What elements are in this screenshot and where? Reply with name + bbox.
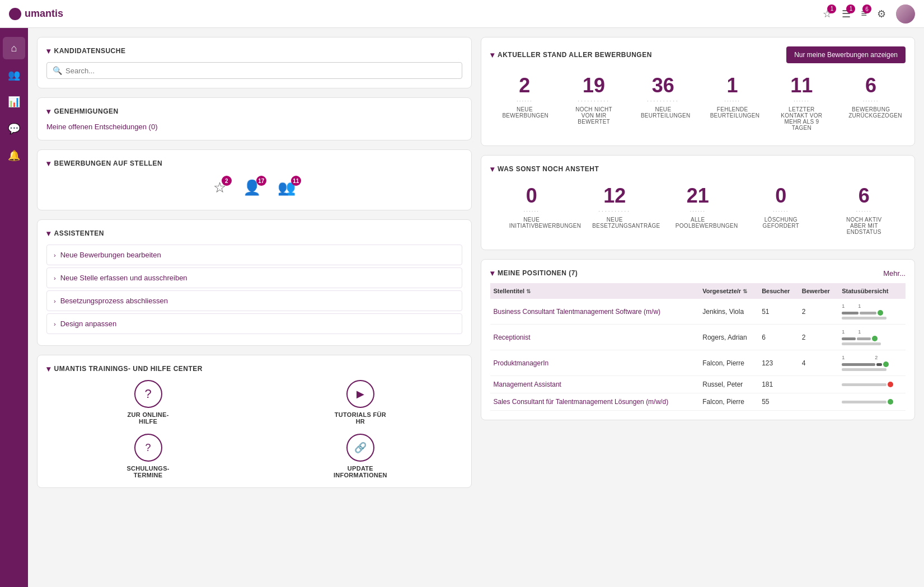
applicants-4 xyxy=(799,376,839,393)
stat-fehlende-beurteilungen[interactable]: 1 ······ FEHLENDE BEURTEILUNGEN xyxy=(710,76,755,131)
mini-bar-1c xyxy=(842,317,887,320)
bewerbungen-card: ▾ BEWERBUNGEN AUF STELLEN ☆ 2 👤 17 👥 11 xyxy=(37,149,472,210)
positionen-card: ▾ MEINE POSITIONEN (7) Mehr... Stellenti… xyxy=(481,259,916,420)
avatar[interactable] xyxy=(896,4,915,24)
sidebar: ⌂ 👥 📊 💬 🔔 xyxy=(0,28,28,587)
assistant-item-1[interactable]: › Neue Bewerbungen bearbeiten xyxy=(46,245,462,265)
genehmigungen-link[interactable]: Meine offenen Entscheidungen (0) xyxy=(46,123,158,131)
main-wrapper: ▾ KANDIDATENSUCHE 🔍 ▾ GENEHMIGUNGEN Mein… xyxy=(28,28,924,587)
visitors-4: 181 xyxy=(758,376,799,393)
job-link-4[interactable]: Management Assistant xyxy=(494,381,561,388)
assistant-item-3[interactable]: › Besetzungsprozess abschliessen xyxy=(46,290,462,311)
stat-neue-bewerbungen[interactable]: 2 ······ NEUE BEWERBUNGEN xyxy=(502,76,547,131)
job-link-3[interactable]: ProduktmanagerIn xyxy=(494,359,549,367)
sidebar-item-users[interactable]: 👥 xyxy=(3,64,25,86)
visitors-5: 55 xyxy=(758,393,799,411)
filter-button[interactable]: Nur meine Bewerbungen anzeigen xyxy=(786,46,906,63)
schulung-label: SCHULUNGS-TERMINE xyxy=(126,465,169,478)
status-bars-4 xyxy=(842,382,902,387)
col-besucher[interactable]: Besucher xyxy=(758,283,799,299)
list-nav-icon-wrap[interactable]: ☰ 1 xyxy=(842,8,851,20)
logo-circle xyxy=(9,8,21,20)
stat-loeschung[interactable]: 0 ······ LÖSCHUNG GEFORDERT xyxy=(758,186,803,235)
stat-dots-9: ······ xyxy=(690,208,706,214)
stat-label-aktiv: NOCH AKTIV ABER MIT ENDSTATUS xyxy=(842,217,887,235)
bewerbungen-people-icon[interactable]: 👥 11 xyxy=(278,179,296,196)
training-item-online-hilfe[interactable]: ? ZUR ONLINE-HILFE xyxy=(46,380,250,425)
stat-label-neue-bew: NEUE BEWERBUNGEN xyxy=(502,106,547,119)
status-dot-5 xyxy=(888,399,893,405)
mini-bar-2a xyxy=(842,337,856,340)
status-sub-bar-3 xyxy=(842,368,902,371)
search-input[interactable] xyxy=(65,67,456,75)
training-item-schulung[interactable]: ? SCHULUNGS-TERMINE xyxy=(46,434,250,478)
chevron-down-icon-3: ▾ xyxy=(46,159,51,168)
chevron-down-icon-6: ▾ xyxy=(490,50,495,59)
col-vorgesetzte[interactable]: Vorgesetzte/r ⇅ xyxy=(699,283,758,299)
status-2: 11 xyxy=(838,325,906,350)
bewerbungen-icons: ☆ 2 👤 17 👥 11 xyxy=(46,175,462,201)
stat-dots-2: ·········· xyxy=(578,98,610,104)
status-dot-3 xyxy=(883,361,889,367)
status-sub-bar-1 xyxy=(842,317,902,320)
update-icon: 🔗 xyxy=(346,434,374,462)
stat-nicht-bewertet[interactable]: 19 ·········· NOCH NICHT VON MIR BEWERTE… xyxy=(571,76,616,131)
chevron-down-icon-5: ▾ xyxy=(46,364,51,373)
stat-label-pool: ALLE POOLBEWERBUNGEN xyxy=(676,217,720,229)
applicants-3: 4 xyxy=(799,350,839,376)
avatar-image xyxy=(896,4,915,24)
table-header-row: Stellentitel ⇅ Vorgesetzte/r ⇅ Besucher … xyxy=(490,283,906,299)
stat-number-neue-beu: 36 xyxy=(652,76,674,96)
table-row: Business Consultant Talentmanagement Sof… xyxy=(490,299,906,325)
stat-letzter-kontakt[interactable]: 11 ······ LETZTER KONTAKT VOR MEHR ALS 9… xyxy=(779,76,824,131)
bewerbungen-person-icon[interactable]: 👤 17 xyxy=(243,179,261,196)
sidebar-item-home[interactable]: ⌂ xyxy=(3,37,25,59)
aktueller-stand-stats: 2 ······ NEUE BEWERBUNGEN 19 ·········· … xyxy=(490,70,906,137)
stat-besetzungsantraege[interactable]: 12 ·········· NEUE BESETZUNGSANTRÄGE xyxy=(592,186,637,235)
sidebar-item-chat[interactable]: 💬 xyxy=(3,118,25,140)
stat-neue-beurteilungen[interactable]: 36 ·········· NEUE BEURTEILUNGEN xyxy=(641,76,686,131)
list2-nav-icon-wrap[interactable]: ≡ 6 xyxy=(861,8,867,20)
stat-dots-3: ·········· xyxy=(647,98,679,104)
star-nav-icon-wrap[interactable]: ☆ 1 xyxy=(823,8,832,20)
assistant-item-4[interactable]: › Design anpassen xyxy=(46,313,462,334)
logo: umantis xyxy=(9,8,63,20)
assistant-item-2[interactable]: › Neue Stelle erfassen und ausschreiben xyxy=(46,267,462,288)
visitors-2: 6 xyxy=(758,325,799,350)
col-status: Statusübersicht xyxy=(838,283,906,299)
positionen-header: ▾ MEINE POSITIONEN (7) Mehr... xyxy=(490,269,906,278)
mehr-link[interactable]: Mehr... xyxy=(883,269,906,278)
right-column: ▾ AKTUELLER STAND ALLER BEWERBUNGEN Nur … xyxy=(481,37,916,578)
chevron-down-icon: ▾ xyxy=(46,46,51,55)
job-link-5[interactable]: Sales Consultant für Talentmanagement Lö… xyxy=(494,398,669,406)
mini-bar-1a xyxy=(842,312,859,314)
update-label: UPDATEINFORMATIONEN xyxy=(334,465,387,478)
gear-nav-icon-wrap[interactable]: ⚙ xyxy=(877,8,886,20)
stat-label-neue-beu: NEUE BEURTEILUNGEN xyxy=(641,106,686,119)
people-bew-badge: 11 xyxy=(291,176,301,186)
visitors-3: 123 xyxy=(758,350,799,376)
bewerbungen-star-icon[interactable]: ☆ 2 xyxy=(213,179,226,196)
stat-label-fehlende: FEHLENDE BEURTEILUNGEN xyxy=(710,106,755,119)
stat-initiativ[interactable]: 0 ······ NEUE INITIATIVBEWERBUNGEN xyxy=(509,186,554,235)
status-bar-row-4 xyxy=(842,382,902,387)
stat-zurueckgezogen[interactable]: 6 ······ BEWERBUNG ZURÜCKGEZOGEN xyxy=(848,76,893,131)
sidebar-item-bell[interactable]: 🔔 xyxy=(3,144,25,167)
job-link-1[interactable]: Business Consultant Talentmanagement Sof… xyxy=(494,308,661,316)
genehmigungen-title: ▾ GENEHMIGUNGEN xyxy=(46,107,462,116)
status-bars-1: 11 xyxy=(842,303,902,320)
sidebar-item-chart[interactable]: 📊 xyxy=(3,91,25,113)
star-badge: 1 xyxy=(827,4,836,13)
stat-label-bes: NEUE BESETZUNGSANTRÄGE xyxy=(592,217,637,229)
status-dot-1 xyxy=(878,310,883,316)
job-link-2[interactable]: Receptionist xyxy=(494,334,531,341)
col-stellentitel[interactable]: Stellentitel ⇅ xyxy=(490,283,700,299)
stat-pool[interactable]: 21 ······ ALLE POOLBEWERBUNGEN xyxy=(676,186,720,235)
training-card: ▾ UMANTIS TRAININGS- UND HILFE CENTER ? … xyxy=(37,355,472,488)
training-item-update[interactable]: 🔗 UPDATEINFORMATIONEN xyxy=(259,434,462,478)
mini-bar-3c xyxy=(842,368,887,371)
col-bewerber[interactable]: Bewerber xyxy=(799,283,839,299)
stat-aktiv-endstatus[interactable]: 6 ······ NOCH AKTIV ABER MIT ENDSTATUS xyxy=(842,186,887,235)
stat-label-zurueck: BEWERBUNG ZURÜCKGEZOGEN xyxy=(848,106,893,119)
training-item-tutorials[interactable]: ▶ TUTORIALS FÜRHR xyxy=(259,380,462,425)
